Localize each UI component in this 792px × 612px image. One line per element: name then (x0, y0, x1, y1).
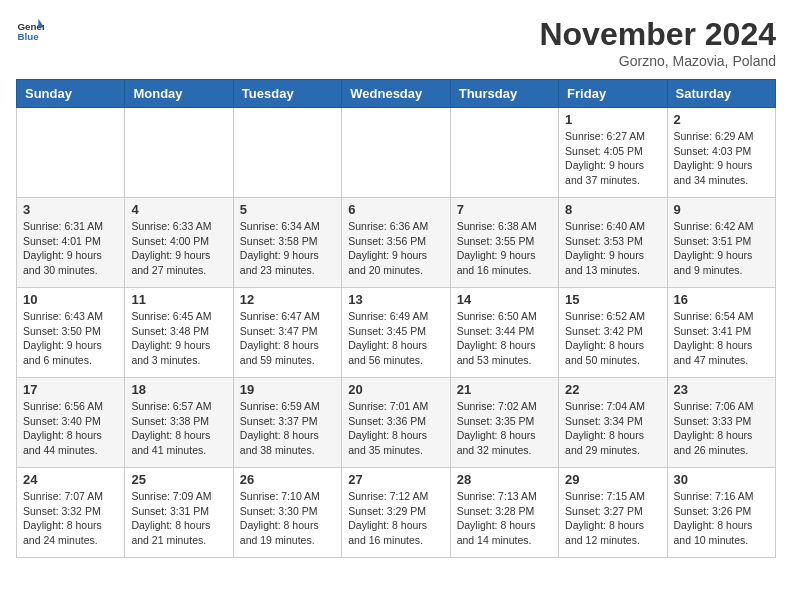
calendar-cell: 6Sunrise: 6:36 AMSunset: 3:56 PMDaylight… (342, 198, 450, 288)
day-info: Sunrise: 6:56 AMSunset: 3:40 PMDaylight:… (23, 399, 118, 458)
day-number: 29 (565, 472, 660, 487)
day-info: Sunrise: 7:01 AMSunset: 3:36 PMDaylight:… (348, 399, 443, 458)
day-number: 6 (348, 202, 443, 217)
calendar-cell: 22Sunrise: 7:04 AMSunset: 3:34 PMDayligh… (559, 378, 667, 468)
day-number: 15 (565, 292, 660, 307)
day-info: Sunrise: 6:42 AMSunset: 3:51 PMDaylight:… (674, 219, 769, 278)
day-info: Sunrise: 7:13 AMSunset: 3:28 PMDaylight:… (457, 489, 552, 548)
day-info: Sunrise: 6:33 AMSunset: 4:00 PMDaylight:… (131, 219, 226, 278)
day-number: 21 (457, 382, 552, 397)
calendar-cell: 30Sunrise: 7:16 AMSunset: 3:26 PMDayligh… (667, 468, 775, 558)
day-info: Sunrise: 6:34 AMSunset: 3:58 PMDaylight:… (240, 219, 335, 278)
day-number: 26 (240, 472, 335, 487)
day-number: 30 (674, 472, 769, 487)
calendar-cell: 29Sunrise: 7:15 AMSunset: 3:27 PMDayligh… (559, 468, 667, 558)
calendar-header-row: SundayMondayTuesdayWednesdayThursdayFrid… (17, 80, 776, 108)
day-number: 8 (565, 202, 660, 217)
calendar-cell: 19Sunrise: 6:59 AMSunset: 3:37 PMDayligh… (233, 378, 341, 468)
day-info: Sunrise: 6:29 AMSunset: 4:03 PMDaylight:… (674, 129, 769, 188)
calendar-cell (233, 108, 341, 198)
calendar-cell: 24Sunrise: 7:07 AMSunset: 3:32 PMDayligh… (17, 468, 125, 558)
day-info: Sunrise: 6:36 AMSunset: 3:56 PMDaylight:… (348, 219, 443, 278)
title-block: November 2024 Gorzno, Mazovia, Poland (539, 16, 776, 69)
calendar-cell: 5Sunrise: 6:34 AMSunset: 3:58 PMDaylight… (233, 198, 341, 288)
calendar-day-header: Monday (125, 80, 233, 108)
calendar-body: 1Sunrise: 6:27 AMSunset: 4:05 PMDaylight… (17, 108, 776, 558)
day-info: Sunrise: 6:50 AMSunset: 3:44 PMDaylight:… (457, 309, 552, 368)
calendar-cell: 13Sunrise: 6:49 AMSunset: 3:45 PMDayligh… (342, 288, 450, 378)
day-number: 25 (131, 472, 226, 487)
day-number: 14 (457, 292, 552, 307)
day-number: 20 (348, 382, 443, 397)
day-info: Sunrise: 7:09 AMSunset: 3:31 PMDaylight:… (131, 489, 226, 548)
day-info: Sunrise: 7:02 AMSunset: 3:35 PMDaylight:… (457, 399, 552, 458)
day-info: Sunrise: 6:47 AMSunset: 3:47 PMDaylight:… (240, 309, 335, 368)
calendar-cell: 10Sunrise: 6:43 AMSunset: 3:50 PMDayligh… (17, 288, 125, 378)
day-number: 22 (565, 382, 660, 397)
day-info: Sunrise: 7:15 AMSunset: 3:27 PMDaylight:… (565, 489, 660, 548)
day-number: 12 (240, 292, 335, 307)
day-info: Sunrise: 6:59 AMSunset: 3:37 PMDaylight:… (240, 399, 335, 458)
calendar-cell: 25Sunrise: 7:09 AMSunset: 3:31 PMDayligh… (125, 468, 233, 558)
day-number: 7 (457, 202, 552, 217)
month-title: November 2024 (539, 16, 776, 53)
day-number: 27 (348, 472, 443, 487)
calendar-cell: 16Sunrise: 6:54 AMSunset: 3:41 PMDayligh… (667, 288, 775, 378)
calendar-cell: 2Sunrise: 6:29 AMSunset: 4:03 PMDaylight… (667, 108, 775, 198)
day-info: Sunrise: 7:06 AMSunset: 3:33 PMDaylight:… (674, 399, 769, 458)
calendar-cell: 12Sunrise: 6:47 AMSunset: 3:47 PMDayligh… (233, 288, 341, 378)
day-number: 19 (240, 382, 335, 397)
calendar-cell: 14Sunrise: 6:50 AMSunset: 3:44 PMDayligh… (450, 288, 558, 378)
calendar-cell: 9Sunrise: 6:42 AMSunset: 3:51 PMDaylight… (667, 198, 775, 288)
day-number: 24 (23, 472, 118, 487)
day-info: Sunrise: 7:12 AMSunset: 3:29 PMDaylight:… (348, 489, 443, 548)
calendar-day-header: Saturday (667, 80, 775, 108)
day-number: 23 (674, 382, 769, 397)
calendar-cell (17, 108, 125, 198)
calendar-day-header: Tuesday (233, 80, 341, 108)
calendar-cell: 11Sunrise: 6:45 AMSunset: 3:48 PMDayligh… (125, 288, 233, 378)
calendar-cell: 20Sunrise: 7:01 AMSunset: 3:36 PMDayligh… (342, 378, 450, 468)
calendar-cell: 4Sunrise: 6:33 AMSunset: 4:00 PMDaylight… (125, 198, 233, 288)
calendar-cell: 21Sunrise: 7:02 AMSunset: 3:35 PMDayligh… (450, 378, 558, 468)
day-info: Sunrise: 6:57 AMSunset: 3:38 PMDaylight:… (131, 399, 226, 458)
calendar-cell: 26Sunrise: 7:10 AMSunset: 3:30 PMDayligh… (233, 468, 341, 558)
calendar-week-row: 17Sunrise: 6:56 AMSunset: 3:40 PMDayligh… (17, 378, 776, 468)
calendar-week-row: 10Sunrise: 6:43 AMSunset: 3:50 PMDayligh… (17, 288, 776, 378)
logo-icon: General Blue (16, 16, 44, 44)
day-number: 16 (674, 292, 769, 307)
calendar-cell: 28Sunrise: 7:13 AMSunset: 3:28 PMDayligh… (450, 468, 558, 558)
calendar-cell: 27Sunrise: 7:12 AMSunset: 3:29 PMDayligh… (342, 468, 450, 558)
day-info: Sunrise: 6:49 AMSunset: 3:45 PMDaylight:… (348, 309, 443, 368)
day-number: 2 (674, 112, 769, 127)
calendar-cell (450, 108, 558, 198)
day-number: 17 (23, 382, 118, 397)
day-info: Sunrise: 7:04 AMSunset: 3:34 PMDaylight:… (565, 399, 660, 458)
day-info: Sunrise: 7:10 AMSunset: 3:30 PMDaylight:… (240, 489, 335, 548)
day-number: 9 (674, 202, 769, 217)
day-info: Sunrise: 6:54 AMSunset: 3:41 PMDaylight:… (674, 309, 769, 368)
day-number: 18 (131, 382, 226, 397)
calendar-day-header: Wednesday (342, 80, 450, 108)
calendar-week-row: 1Sunrise: 6:27 AMSunset: 4:05 PMDaylight… (17, 108, 776, 198)
calendar-cell: 15Sunrise: 6:52 AMSunset: 3:42 PMDayligh… (559, 288, 667, 378)
calendar-cell: 3Sunrise: 6:31 AMSunset: 4:01 PMDaylight… (17, 198, 125, 288)
day-number: 5 (240, 202, 335, 217)
day-info: Sunrise: 7:16 AMSunset: 3:26 PMDaylight:… (674, 489, 769, 548)
calendar-week-row: 3Sunrise: 6:31 AMSunset: 4:01 PMDaylight… (17, 198, 776, 288)
day-number: 3 (23, 202, 118, 217)
calendar-cell: 17Sunrise: 6:56 AMSunset: 3:40 PMDayligh… (17, 378, 125, 468)
day-number: 13 (348, 292, 443, 307)
calendar-cell: 23Sunrise: 7:06 AMSunset: 3:33 PMDayligh… (667, 378, 775, 468)
calendar-cell: 8Sunrise: 6:40 AMSunset: 3:53 PMDaylight… (559, 198, 667, 288)
day-number: 28 (457, 472, 552, 487)
calendar-day-header: Thursday (450, 80, 558, 108)
day-number: 11 (131, 292, 226, 307)
day-info: Sunrise: 6:31 AMSunset: 4:01 PMDaylight:… (23, 219, 118, 278)
calendar-day-header: Sunday (17, 80, 125, 108)
day-number: 1 (565, 112, 660, 127)
day-info: Sunrise: 6:52 AMSunset: 3:42 PMDaylight:… (565, 309, 660, 368)
svg-text:Blue: Blue (17, 31, 39, 42)
calendar-cell: 7Sunrise: 6:38 AMSunset: 3:55 PMDaylight… (450, 198, 558, 288)
logo: General Blue (16, 16, 44, 44)
